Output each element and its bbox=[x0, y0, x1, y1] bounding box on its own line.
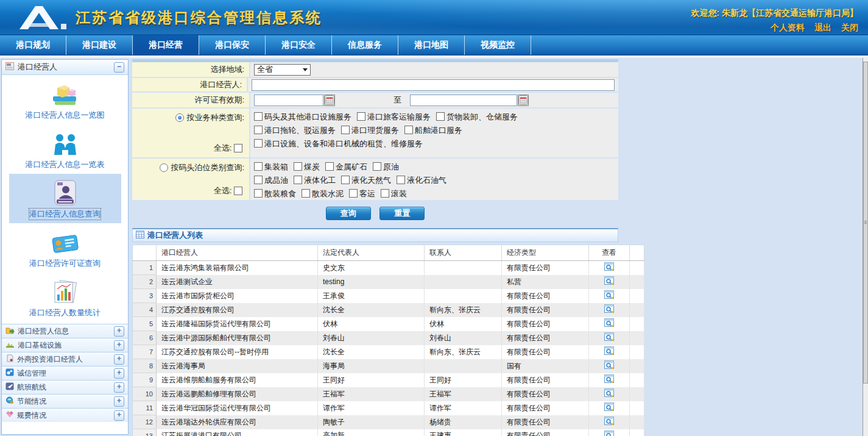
calendar-start-button[interactable] bbox=[324, 95, 335, 106]
berth-type-checkbox-line: 散装粮食散装水泥客运滚装 bbox=[254, 187, 412, 201]
collapse-button[interactable]: − bbox=[114, 62, 124, 73]
table-header-row: 港口经营人 法定代表人 联系人 经济类型 查看 bbox=[133, 245, 644, 261]
expand-button[interactable]: + bbox=[114, 410, 124, 421]
accordion-operator-info[interactable]: 港口经营人信息+ bbox=[2, 324, 128, 338]
sidebar-accordions: 港口经营人信息+港口基础设施+外商投资港口经营人+诚信管理+航班航线+节能情况+… bbox=[2, 324, 128, 422]
tab-port-construction[interactable]: 港口建设 bbox=[66, 35, 133, 55]
business-service-checkbox-label: 港口设施、设备和港口机械的租赁、维修服务 bbox=[264, 139, 423, 148]
query-button[interactable]: 查询 bbox=[326, 207, 371, 220]
business-service-checkbox[interactable] bbox=[254, 112, 263, 121]
sidebar-panel-header[interactable]: 港口经营人 − bbox=[2, 60, 128, 75]
tab-port-map[interactable]: 港口地图 bbox=[398, 35, 465, 55]
expand-button[interactable]: + bbox=[114, 368, 124, 379]
sidebar-item-operator-info-chart[interactable]: 港口经营人信息一览图 bbox=[9, 75, 121, 124]
expand-button[interactable]: + bbox=[114, 340, 124, 351]
view-details-button[interactable] bbox=[604, 374, 614, 384]
calendar-end-button[interactable] bbox=[518, 95, 529, 106]
reset-button[interactable]: 重置 bbox=[379, 207, 425, 220]
view-details-button[interactable] bbox=[604, 346, 614, 356]
business-service-checkbox[interactable] bbox=[254, 139, 263, 148]
business-query-radio[interactable] bbox=[175, 113, 184, 122]
view-details-button[interactable] bbox=[604, 416, 614, 426]
business-service-checkbox[interactable] bbox=[404, 126, 413, 134]
view-details-button[interactable] bbox=[604, 276, 614, 285]
berth-type-checkbox[interactable] bbox=[254, 162, 263, 171]
close-link[interactable]: 关闭 bbox=[841, 23, 858, 34]
accordion-port-infrastructure[interactable]: 港口基础设施+ bbox=[2, 338, 128, 352]
berth-type-checkbox[interactable] bbox=[341, 176, 350, 184]
business-service-checkbox[interactable] bbox=[357, 112, 365, 121]
business-checkbox-group: 码头及其他港口设施服务港口旅客运输服务货物装卸、仓储服务港口拖轮、驳运服务港口理… bbox=[250, 109, 618, 157]
tab-port-safety[interactable]: 港口安全 bbox=[266, 35, 332, 55]
sidebar-item-operator-info-table[interactable]: 港口经营人信息一览表 bbox=[9, 124, 121, 174]
accordion-integrity-management[interactable]: 诚信管理+ bbox=[2, 366, 128, 380]
logout-link[interactable]: 退出 bbox=[814, 23, 831, 34]
expand-button[interactable]: + bbox=[114, 396, 124, 407]
berth-type-checkbox[interactable] bbox=[373, 162, 381, 171]
cell-view bbox=[589, 261, 630, 275]
accordion-flight-routes[interactable]: 航班航线+ bbox=[2, 380, 128, 394]
berth-type-checkbox[interactable] bbox=[381, 189, 389, 198]
cell-contact: 王同好 bbox=[425, 373, 502, 387]
chevron-down-icon bbox=[303, 68, 308, 71]
region-select[interactable]: 全省 bbox=[254, 64, 311, 76]
berth-type-checkbox[interactable] bbox=[294, 162, 302, 171]
cell-spacer bbox=[630, 261, 644, 275]
view-details-button[interactable] bbox=[604, 304, 614, 313]
view-details-button[interactable] bbox=[604, 402, 614, 412]
license-start-input[interactable] bbox=[254, 95, 323, 106]
sidebar-item-operation-license-query[interactable]: 港口经营许可证查询 bbox=[9, 223, 121, 273]
cell-legal-rep: 史文东 bbox=[318, 261, 425, 275]
cell-legal-rep: 王同好 bbox=[318, 373, 425, 387]
scrollbar-thumb[interactable] bbox=[863, 62, 868, 384]
view-details-button[interactable] bbox=[604, 290, 614, 299]
tab-video-surveillance[interactable]: 视频监控 bbox=[465, 35, 531, 55]
cell-operator: 连云港远鹏船舶修理有限公司 bbox=[157, 387, 318, 401]
view-details-button[interactable] bbox=[604, 360, 614, 370]
page-scrollbar[interactable] bbox=[863, 58, 868, 436]
tab-port-planning[interactable]: 港口规划 bbox=[0, 35, 66, 55]
cell-contact: 靳向东、张庆云 bbox=[425, 303, 502, 317]
berth-type-checkbox[interactable] bbox=[302, 189, 310, 198]
sidebar-item-operator-info-query[interactable]: 港口经营人信息查询 bbox=[9, 174, 121, 223]
berth-type-checkbox[interactable] bbox=[397, 176, 405, 184]
cell-legal-rep: 高加新 bbox=[318, 429, 425, 436]
berth-query-radio[interactable] bbox=[160, 163, 168, 172]
business-service-checkbox[interactable] bbox=[254, 126, 263, 134]
tab-information-service[interactable]: 信息服务 bbox=[332, 35, 398, 55]
berth-type-checkbox[interactable] bbox=[254, 189, 263, 198]
table-row: 8连云港海事局海事局国有 bbox=[133, 359, 644, 373]
business-service-checkbox[interactable] bbox=[341, 126, 350, 134]
tab-port-operation[interactable]: 港口经营 bbox=[133, 35, 199, 55]
view-details-button[interactable] bbox=[604, 318, 614, 327]
row-number: 9 bbox=[133, 373, 157, 387]
cell-type: 有限责任公司 bbox=[502, 331, 589, 345]
accordion-energy-saving[interactable]: 节能情况+ bbox=[2, 394, 128, 408]
tab-port-security[interactable]: 港口保安 bbox=[199, 35, 266, 55]
view-details-button[interactable] bbox=[604, 388, 614, 398]
license-end-input[interactable] bbox=[410, 95, 517, 106]
cell-contact: 杨绪贵 bbox=[425, 415, 502, 429]
business-service-checkbox[interactable] bbox=[436, 112, 445, 121]
cell-contact bbox=[425, 359, 502, 373]
berth-type-checkbox[interactable] bbox=[254, 176, 263, 184]
view-details-button[interactable] bbox=[604, 262, 614, 271]
expand-button[interactable]: + bbox=[114, 382, 124, 393]
business-service-checkbox-label: 货物装卸、仓储服务 bbox=[446, 112, 518, 121]
profile-link[interactable]: 个人资料 bbox=[771, 23, 805, 34]
sidebar-item-operator-count-stats[interactable]: 港口经营人数量统计 bbox=[9, 273, 121, 322]
berth-type-checkbox[interactable] bbox=[294, 176, 302, 184]
view-details-button[interactable] bbox=[604, 332, 614, 341]
operator-input[interactable] bbox=[252, 79, 615, 91]
accordion-fees[interactable]: 规费情况+ bbox=[2, 408, 128, 422]
berth-select-all-checkbox[interactable] bbox=[234, 187, 242, 195]
accordion-foreign-invested-operators[interactable]: 外商投资港口经营人+ bbox=[2, 352, 128, 366]
cell-spacer bbox=[630, 289, 644, 303]
expand-button[interactable]: + bbox=[114, 326, 124, 337]
expand-button[interactable]: + bbox=[114, 354, 124, 365]
berth-type-checkbox[interactable] bbox=[325, 162, 334, 171]
region-field: 全省 bbox=[250, 62, 618, 77]
view-details-button[interactable] bbox=[604, 431, 614, 436]
berth-type-checkbox[interactable] bbox=[349, 189, 358, 198]
business-select-all-checkbox[interactable] bbox=[234, 144, 242, 152]
